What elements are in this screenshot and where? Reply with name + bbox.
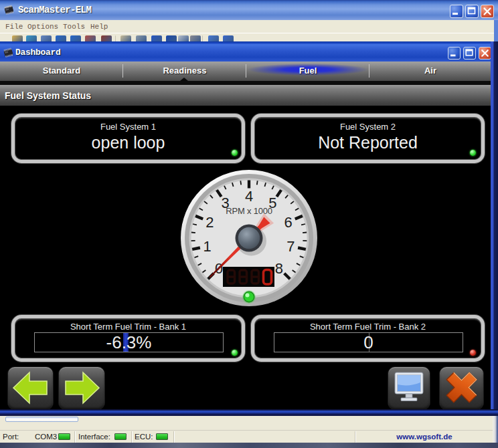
svg-text:RPM x 1000: RPM x 1000 xyxy=(226,206,272,216)
svg-text:4: 4 xyxy=(245,188,253,205)
svg-text:6: 6 xyxy=(284,214,293,231)
svg-text:2: 2 xyxy=(205,214,214,231)
svg-text:1: 1 xyxy=(203,238,212,255)
svg-text:7: 7 xyxy=(286,238,295,255)
svg-text:8: 8 xyxy=(275,260,283,277)
